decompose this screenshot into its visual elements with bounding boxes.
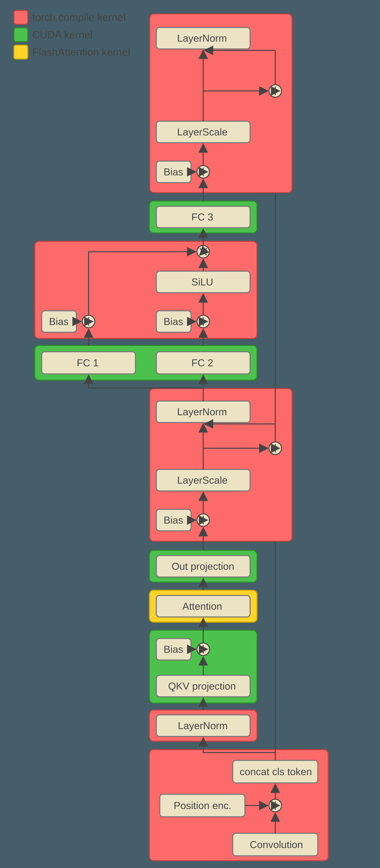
label-layernorm-top: LayerNorm	[177, 32, 227, 44]
label-fc1: FC 1	[77, 357, 99, 368]
add-icon	[197, 315, 209, 328]
svg-rect-2	[14, 45, 28, 59]
add-icon	[197, 514, 209, 526]
label-bias-fc1: Bias	[49, 316, 68, 327]
add-icon	[269, 85, 282, 97]
label-bias-top: Bias	[164, 166, 183, 178]
svg-rect-0	[14, 10, 28, 24]
label-bias-mid: Bias	[164, 515, 183, 526]
label-convolution: Convolution	[250, 839, 303, 850]
label-attention: Attention	[182, 600, 222, 612]
label-fc2: FC 2	[192, 357, 213, 368]
add-icon	[269, 442, 282, 455]
legend-torch: torch.compile kernel	[32, 11, 125, 23]
legend-cuda: CUDA kernel	[32, 29, 93, 40]
label-layerscale-top: LayerScale	[177, 126, 228, 137]
label-fc3: FC 3	[192, 211, 213, 222]
label-posenc: Position enc.	[174, 800, 231, 811]
add-icon	[197, 166, 209, 178]
label-outproj: Out projection	[172, 561, 234, 572]
add-icon	[82, 315, 95, 328]
label-layernorm-mid: LayerNorm	[177, 406, 227, 417]
add-icon	[197, 643, 209, 655]
add-icon	[269, 799, 282, 812]
label-concat: concat cls token	[240, 766, 312, 777]
label-bias-fc2: Bias	[164, 316, 183, 327]
label-bias-qkv: Bias	[164, 644, 183, 655]
legend: torch.compile kernel CUDA kernel FlashAt…	[14, 10, 130, 59]
label-layernorm-bot: LayerNorm	[178, 720, 228, 731]
label-silu: SiLU	[192, 276, 213, 287]
label-layerscale-mid: LayerScale	[177, 474, 228, 486]
multiply-icon	[197, 245, 209, 258]
legend-flash: FlashAttention kernel	[32, 46, 130, 58]
label-qkv: QKV projection	[168, 680, 236, 692]
svg-rect-1	[14, 28, 28, 42]
